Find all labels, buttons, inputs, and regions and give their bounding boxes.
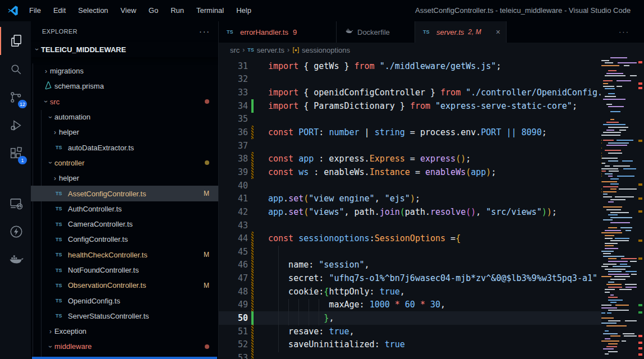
line-number[interactable]: 53 [219, 353, 248, 359]
activity-thunder-client-icon[interactable] [0, 218, 31, 246]
line-number[interactable]: 47 [219, 273, 248, 283]
sidebar-horizontal-scrollbar[interactable] [32, 357, 217, 359]
line-number[interactable]: 43 [219, 220, 248, 231]
tree-item-src[interactable]: ›src [31, 94, 218, 109]
tree-item-migrations[interactable]: ›migrations [31, 63, 218, 79]
menu-help[interactable]: Help [230, 6, 257, 15]
tree-item-automation[interactable]: ›automation [31, 109, 218, 125]
tree-item-exception[interactable]: ›Exception [31, 324, 218, 339]
line-number[interactable]: 40 [219, 181, 248, 191]
tree-item-configcontroller-ts[interactable]: TSConfigController.ts [31, 232, 218, 247]
code-line-36[interactable]: 36const PORT: number | string = process.… [219, 126, 601, 139]
line-number[interactable]: 51 [219, 326, 248, 337]
line-number[interactable]: 31 [219, 61, 248, 71]
indent-guide [278, 246, 279, 352]
line-number[interactable]: 41 [219, 194, 248, 204]
line-number[interactable]: 39 [219, 167, 248, 177]
activity-source-control-icon[interactable]: 12 [0, 83, 31, 111]
code-line-43[interactable]: 43 [219, 219, 601, 232]
overview-ruler-mark [638, 347, 642, 349]
line-number[interactable]: 32 [219, 74, 248, 84]
code-text: const ws : enableWs.Instance = enableWs(… [268, 167, 496, 177]
line-number[interactable]: 46 [219, 260, 248, 270]
workspace-root-label: TELEICU_MIDDLEWARE [41, 45, 126, 54]
workspace-root-row[interactable]: › TELEICU_MIDDLEWARE [31, 42, 218, 57]
minimap[interactable] [601, 57, 637, 359]
tree-item-openidconfig-ts[interactable]: TSOpenidConfig.ts [31, 293, 218, 308]
code-line-31[interactable]: 31import { getWs } from "./middleware/ge… [219, 59, 601, 73]
typescript-file-icon: TS [51, 283, 68, 288]
code-line-52[interactable]: 52 saveUninitialized: true [219, 338, 601, 351]
explorer-more-actions-button[interactable]: ··· [199, 27, 210, 36]
tab-decoration: 2, M [468, 28, 481, 36]
tree-item-notfoundcontroller-ts[interactable]: TSNotFoundController.ts [31, 263, 218, 278]
code-line-40[interactable]: 40 [219, 179, 601, 192]
code-line-49[interactable]: 49 maxAge: 1000 * 60 * 30, [219, 298, 601, 312]
tree-item-observationcontroller-ts[interactable]: TSObservationController.tsM [31, 278, 218, 293]
menu-go[interactable]: Go [142, 6, 164, 15]
menu-view[interactable]: View [114, 6, 142, 15]
line-number[interactable]: 44 [219, 233, 248, 243]
tab-errorhandler-ts[interactable]: TSerrorHandler.ts9 [219, 21, 337, 43]
activity-extensions-icon[interactable]: 1 [0, 139, 31, 167]
code-line-33[interactable]: 33import { openidConfigController } from… [219, 86, 601, 99]
menu-file[interactable]: File [23, 6, 47, 15]
menu-terminal[interactable]: Terminal [190, 6, 230, 15]
code-line-35[interactable]: 35 [219, 113, 601, 126]
line-number[interactable]: 37 [219, 141, 248, 151]
breadcrumb-item-src[interactable]: src [230, 46, 240, 54]
line-number[interactable]: 35 [219, 114, 248, 124]
code-line-32[interactable]: 32 [219, 73, 601, 86]
tree-item-healthcheckcontroller-ts[interactable]: TShealthCheckController.tsM [31, 247, 218, 263]
tree-item-helper[interactable]: ›helper [31, 125, 218, 140]
line-number[interactable]: 48 [219, 287, 248, 297]
tree-item-cameracontroller-ts[interactable]: TSCameraController.ts [31, 217, 218, 232]
tree-item-middleware[interactable]: ›middleware [31, 339, 218, 354]
activity-run-debug-icon[interactable] [0, 111, 31, 139]
tree-item-schema-prisma[interactable]: schema.prisma [31, 79, 218, 94]
code-line-37[interactable]: 37 [219, 139, 601, 153]
activity-remote-explorer-icon[interactable] [0, 190, 31, 218]
tree-item-controller[interactable]: ›controller [31, 155, 218, 171]
line-number[interactable]: 34 [219, 101, 248, 111]
tree-item-helper[interactable]: ›helper [31, 171, 218, 186]
code-line-44[interactable]: 44const sessionoptions:SessionOptions ={ [219, 232, 601, 245]
code-line-48[interactable]: 48 cookie:{httpOnly: true, [219, 285, 601, 298]
tab-server-ts[interactable]: TSserver.ts2, M× [415, 21, 507, 43]
code-line-45[interactable]: 45 [219, 245, 601, 259]
code-line-53[interactable]: 53 [219, 351, 601, 359]
code-line-38[interactable]: 38const app : express.Express = express(… [219, 152, 601, 165]
line-number[interactable]: 36 [219, 127, 248, 137]
code-line-46[interactable]: 46 name: "session", [219, 259, 601, 272]
tree-item-assetconfigcontroller-ts[interactable]: TSAssetConfigController.tsM [31, 186, 218, 201]
line-number[interactable]: 52 [219, 339, 248, 349]
code-line-47[interactable]: 47 secret: "ufhq7s-o1%^bn7j6wasec04-mjb*… [219, 271, 601, 285]
tree-item-authcontroller-ts[interactable]: TSAuthController.ts [31, 201, 218, 217]
breadcrumb-item-server-ts[interactable]: TSserver.ts [247, 46, 284, 54]
activity-docker-icon[interactable] [0, 246, 31, 274]
activity-search-icon[interactable] [0, 55, 31, 83]
code-line-51[interactable]: 51 resave: true, [219, 325, 601, 338]
line-number[interactable]: 50 [219, 313, 248, 323]
menu-run[interactable]: Run [164, 6, 190, 15]
tree-item-serverstatuscontroller-ts[interactable]: TSServerStatusController.ts [31, 309, 218, 324]
code-line-50[interactable]: 50 }, [219, 311, 601, 325]
code-line-39[interactable]: 39const ws : enableWs.Instance = enableW… [219, 165, 601, 179]
line-number[interactable]: 45 [219, 247, 248, 257]
activity-files-icon[interactable] [0, 27, 31, 55]
tab-dockerfile[interactable]: Dockerfile [337, 21, 415, 43]
code-line-42[interactable]: 42app.set("views", path.join(path.resolv… [219, 205, 601, 219]
line-number[interactable]: 42 [219, 207, 248, 217]
line-number[interactable]: 38 [219, 154, 248, 164]
line-number[interactable]: 33 [219, 88, 248, 98]
tree-item-autodataextractor-ts[interactable]: TSautoDataExtractor.ts [31, 140, 218, 155]
code-text: maxAge: 1000 * 60 * 30, [268, 300, 445, 310]
code-line-41[interactable]: 41app.set("view engine", "ejs"); [219, 192, 601, 205]
menu-edit[interactable]: Edit [47, 6, 72, 15]
line-number[interactable]: 49 [219, 300, 248, 310]
breadcrumb-item-sessionoptions[interactable]: sessionoptions [292, 46, 350, 54]
editor-more-actions-button[interactable]: ··· [619, 21, 629, 43]
code-line-34[interactable]: 34import { ParamsDictionary } from "expr… [219, 99, 601, 113]
menu-selection[interactable]: Selection [72, 6, 114, 15]
close-icon[interactable]: × [491, 27, 500, 36]
